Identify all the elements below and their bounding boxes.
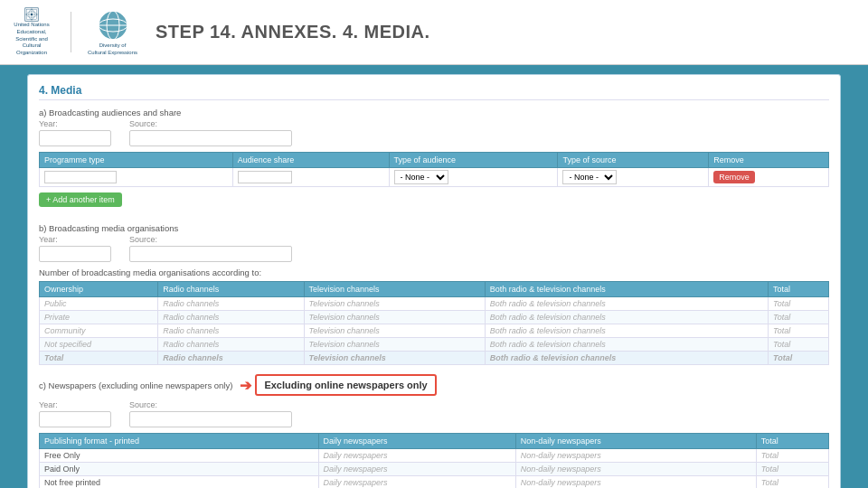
globe-icon xyxy=(96,8,130,42)
year-label-c: Year: xyxy=(39,400,111,409)
table-cell: Total xyxy=(769,311,829,324)
table-row: CommunityRadio channelsTelevision channe… xyxy=(40,324,829,338)
cell-remove: Remove xyxy=(709,168,829,187)
type-source-select[interactable]: - None - xyxy=(562,170,617,184)
table-cell: Public xyxy=(40,297,158,311)
table-cell: Radio channels xyxy=(158,352,304,365)
page-title: STEP 14. ANNEXES. 4. MEDIA. xyxy=(156,22,430,42)
table-cell: Both radio & television channels xyxy=(485,311,768,324)
table-cell: Not free printed xyxy=(40,476,319,489)
section-b-table: Ownership Radio channels Television chan… xyxy=(39,281,829,365)
remove-button[interactable]: Remove xyxy=(713,171,755,183)
section-b-subtitle: Number of broadcasting media organisatio… xyxy=(39,267,829,277)
table-cell: Radio channels xyxy=(158,311,304,324)
table-cell: Both radio & television channels xyxy=(485,324,768,338)
table-cell: Non-daily newspapers xyxy=(515,449,756,463)
cell-type-source: - None - xyxy=(558,168,709,187)
section-c-fields: Year: Source: xyxy=(39,400,829,427)
year-input-a[interactable] xyxy=(39,130,111,146)
cell-type-audience: - None - xyxy=(389,168,558,187)
card-title: 4. Media xyxy=(39,84,829,100)
table-cell: Not specified xyxy=(40,338,158,352)
col-ownership: Ownership xyxy=(40,282,158,297)
table-cell: Total xyxy=(769,297,829,311)
logo-divider xyxy=(71,12,71,52)
source-input-b[interactable] xyxy=(129,246,292,262)
table-row: Paid OnlyDaily newspapersNon-daily newsp… xyxy=(40,463,829,476)
logo-area: United Nations Educational, Scientific a… xyxy=(9,7,137,57)
source-field-b: Source: xyxy=(129,235,292,262)
year-field-c: Year: xyxy=(39,400,111,427)
add-item-btn-a[interactable]: + Add another item xyxy=(39,192,122,207)
section-c-header: c) Newspapers (excluding online newspape… xyxy=(39,374,829,396)
table-cell: Both radio & television channels xyxy=(485,338,768,352)
col-type-source: Type of source xyxy=(558,153,709,168)
table-cell: Total xyxy=(769,338,829,352)
table-cell: Radio channels xyxy=(158,297,304,311)
section-c-title: c) Newspapers (excluding online newspape… xyxy=(39,380,232,390)
table-cell: Non-daily newspapers xyxy=(515,463,756,476)
source-label-b: Source: xyxy=(129,235,292,244)
programme-input[interactable] xyxy=(44,171,117,183)
diversity-label: Diversity of Cultural Expressions xyxy=(88,42,137,55)
annotation-area: ➔ Excluding online newspapers only xyxy=(240,374,436,396)
table-cell: Radio channels xyxy=(158,338,304,352)
table-cell: Television channels xyxy=(304,352,485,365)
section-c: c) Newspapers (excluding online newspape… xyxy=(39,374,829,488)
source-field-a: Source: xyxy=(129,119,292,146)
top-bar: United Nations Educational, Scientific a… xyxy=(0,0,868,65)
table-cell: Total xyxy=(769,324,829,338)
table-cell: Total xyxy=(756,463,828,476)
globe-logo-area: Diversity of Cultural Expressions xyxy=(88,8,137,55)
table-row: - None - - None - Remove xyxy=(40,168,829,187)
section-b-fields: Year: Source: xyxy=(39,235,829,262)
table-cell: Both radio & television channels xyxy=(485,297,768,311)
year-field-a: Year: xyxy=(39,119,111,146)
year-label-a: Year: xyxy=(39,119,111,128)
table-cell: Television channels xyxy=(304,311,485,324)
year-input-c[interactable] xyxy=(39,411,111,427)
source-input-a[interactable] xyxy=(129,130,292,146)
annotation-bubble: Excluding online newspapers only xyxy=(255,374,436,396)
table-row: Not specifiedRadio channelsTelevision ch… xyxy=(40,338,829,352)
source-input-c[interactable] xyxy=(129,411,292,427)
col-nondaily: Non-daily newspapers xyxy=(515,434,756,449)
table-row: Free OnlyDaily newspapersNon-daily newsp… xyxy=(40,449,829,463)
table-cell: Both radio & television channels xyxy=(485,352,768,365)
col-audience: Audience share xyxy=(232,153,389,168)
table-cell: Total xyxy=(756,449,828,463)
col-both: Both radio & television channels xyxy=(485,282,768,297)
table-cell: Radio channels xyxy=(158,324,304,338)
table-row: PublicRadio channelsTelevision channelsB… xyxy=(40,297,829,311)
section-a-table: Programme type Audience share Type of au… xyxy=(39,152,829,187)
cell-programme xyxy=(40,168,233,187)
section-b-title: b) Broadcasting media organisations xyxy=(39,223,829,233)
table-cell: Total xyxy=(756,476,828,489)
section-b: b) Broadcasting media organisations Year… xyxy=(39,223,829,365)
unesco-logo: United Nations Educational, Scientific a… xyxy=(9,7,54,57)
col-remove: Remove xyxy=(709,153,829,168)
table-cell: Free Only xyxy=(40,449,319,463)
table-cell: Television channels xyxy=(304,297,485,311)
audience-input[interactable] xyxy=(238,171,292,183)
col-total-c: Total xyxy=(756,434,828,449)
arrow-icon: ➔ xyxy=(240,377,251,394)
table-cell: Television channels xyxy=(304,324,485,338)
source-label-a: Source: xyxy=(129,119,292,128)
table-cell: Paid Only xyxy=(40,463,319,476)
col-radio: Radio channels xyxy=(158,282,304,297)
table-cell: Daily newspapers xyxy=(318,463,515,476)
year-input-b[interactable] xyxy=(39,246,111,262)
table-cell: Daily newspapers xyxy=(318,449,515,463)
section-a-fields: Year: Source: xyxy=(39,119,829,146)
table-row: Not free printedDaily newspapersNon-dail… xyxy=(40,476,829,489)
col-programme: Programme type xyxy=(40,153,233,168)
col-type-audience: Type of audience xyxy=(389,153,558,168)
table-cell: Television channels xyxy=(304,338,485,352)
col-tv: Television channels xyxy=(304,282,485,297)
col-total: Total xyxy=(769,282,829,297)
type-audience-select[interactable]: - None - xyxy=(394,170,448,184)
org-name: United Nations Educational, Scientific a… xyxy=(9,22,54,57)
col-daily: Daily newspapers xyxy=(318,434,515,449)
year-field-b: Year: xyxy=(39,235,111,262)
